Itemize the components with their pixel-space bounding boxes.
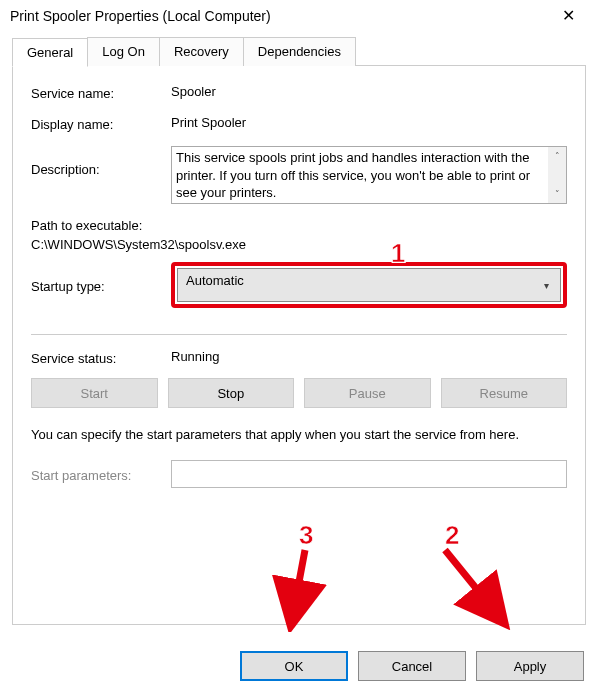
tab-content-general: Service name: Spooler Display name: Prin… [12,65,586,625]
window-title: Print Spooler Properties (Local Computer… [10,8,271,24]
start-params-hint: You can specify the start parameters tha… [31,426,567,444]
svg-line-3 [293,550,305,614]
arrow-to-apply [425,542,515,632]
startup-type-label: Startup type: [31,277,171,294]
display-name-label: Display name: [31,115,171,132]
scroll-down-icon[interactable]: ˅ [555,188,560,200]
svg-line-1 [445,550,497,614]
scroll-up-icon[interactable]: ˄ [555,150,560,162]
tab-dependencies[interactable]: Dependencies [243,37,356,66]
description-scrollbar[interactable]: ˄ ˅ [548,147,566,203]
startup-type-value: Automatic [186,273,244,288]
tab-recovery[interactable]: Recovery [159,37,244,66]
annotation-3: 3 [299,520,313,551]
separator [31,334,567,335]
start-button: Start [31,378,158,408]
description-box[interactable]: This service spools print jobs and handl… [171,146,567,204]
display-name-value: Print Spooler [171,115,567,130]
apply-button[interactable]: Apply [476,651,584,681]
close-icon[interactable]: ✕ [548,6,588,25]
stop-button[interactable]: Stop [168,378,295,408]
description-text: This service spools print jobs and handl… [176,150,530,200]
path-value: C:\WINDOWS\System32\spoolsv.exe [31,237,567,252]
tab-area: General Log On Recovery Dependencies Ser… [12,37,586,625]
path-label: Path to executable: [31,218,567,233]
dialog-button-row: OK Cancel Apply [240,651,584,681]
service-name-value: Spooler [171,84,567,99]
arrow-to-ok [253,542,333,632]
start-params-input [171,460,567,488]
start-params-label: Start parameters: [31,466,171,483]
annotation-2: 2 [445,520,459,551]
cancel-button[interactable]: Cancel [358,651,466,681]
tab-logon[interactable]: Log On [87,37,160,66]
resume-button: Resume [441,378,568,408]
ok-button[interactable]: OK [240,651,348,681]
tab-general[interactable]: General [12,38,88,67]
startup-type-select[interactable]: Automatic [177,268,561,302]
service-name-label: Service name: [31,84,171,101]
service-status-value: Running [171,349,567,364]
startup-type-highlight: Automatic ▾ [171,262,567,308]
titlebar: Print Spooler Properties (Local Computer… [0,0,598,31]
service-status-label: Service status: [31,349,171,366]
description-label: Description: [31,146,171,177]
pause-button: Pause [304,378,431,408]
tab-strip: General Log On Recovery Dependencies [12,37,586,66]
